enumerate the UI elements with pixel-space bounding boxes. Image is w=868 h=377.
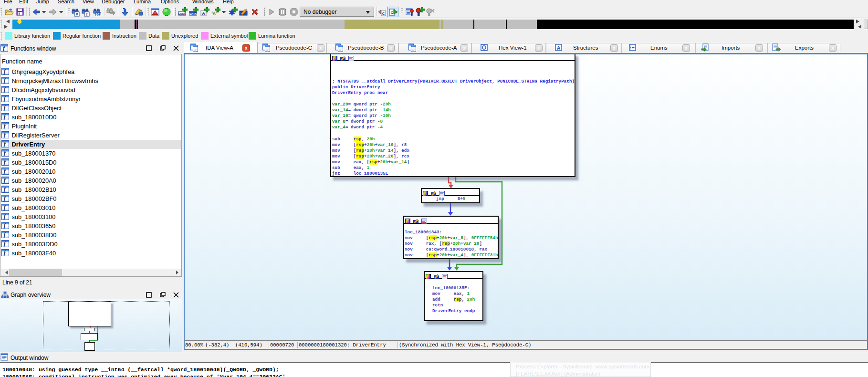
svg-text:C: C	[391, 10, 394, 15]
svg-text:DATA: DATA	[189, 12, 197, 15]
svg-text:CODE: CODE	[178, 12, 186, 15]
svg-text:!: !	[155, 11, 156, 15]
svg-text:A: A	[202, 11, 205, 16]
svg-text:#: #	[75, 12, 78, 17]
svg-text:C: C	[382, 11, 385, 16]
svg-text:‘s’: ‘s’	[211, 10, 217, 16]
svg-text:101: 101	[95, 13, 101, 16]
svg-text:T: T	[85, 12, 88, 17]
svg-text:A: A	[557, 45, 560, 51]
